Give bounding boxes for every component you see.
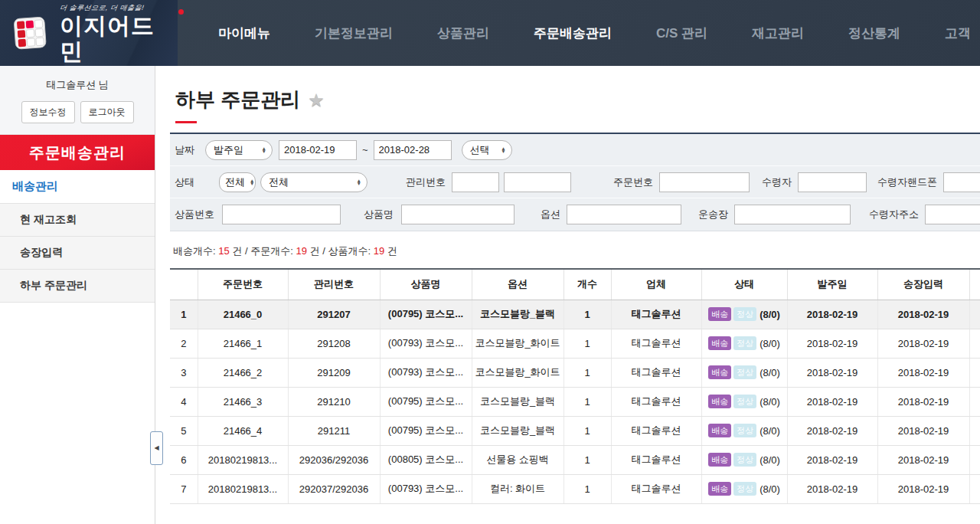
cell-order-no[interactable]: 21466_1 [198, 329, 288, 358]
result-summary: 배송개수: 15 건 / 주문개수: 19 건 / 상품개수: 19 건 [173, 244, 980, 258]
nav-item-inventory[interactable]: 재고관리 [752, 25, 804, 42]
cell-product-name: (00795) 코스모... [380, 416, 472, 445]
date-from-input[interactable] [279, 140, 357, 160]
col-header-vendor[interactable]: 업체 [611, 269, 701, 300]
cell-qty: 1 [564, 474, 611, 503]
col-header-order-no[interactable]: 주문번호 [198, 269, 288, 300]
status-count: (8/0) [760, 454, 780, 466]
cell-order-date: 2018-02-19 [787, 300, 877, 329]
mgmt-no-input-2[interactable] [504, 172, 571, 192]
table-row[interactable]: 5 21466_4 291211 (00795) 코스모... 코스모블랑_블랙… [170, 416, 980, 445]
normal-status-badge: 정상 [733, 424, 756, 437]
shipping-status-badge: 배송 [708, 424, 731, 437]
shipping-status-badge: 배송 [708, 336, 731, 349]
nav-item-order-shipping[interactable]: 주문배송관리 [534, 25, 612, 42]
status-count: (8/0) [760, 309, 780, 320]
sidebar-item-shipping-mgmt[interactable]: 배송관리 [0, 170, 155, 204]
date-preset-select[interactable]: 선택 ▲▼ [462, 140, 512, 160]
receiver-input[interactable] [798, 172, 867, 192]
product-no-input[interactable] [222, 205, 341, 224]
app-logo[interactable]: 더 솔루션으로, 더 매출을! 이지어드민 [0, 0, 178, 66]
date-type-select[interactable]: 발주일 ▲▼ [205, 140, 273, 160]
date-label: 날짜 [175, 143, 194, 157]
col-header-status[interactable]: 상태 [701, 269, 787, 300]
unit-text: 건 / [310, 245, 325, 257]
cell-qty: 1 [564, 416, 611, 445]
order-no-input[interactable] [659, 172, 750, 192]
col-header-invoice-date[interactable]: 송장입력 [877, 269, 969, 300]
receiver-addr-input[interactable] [925, 205, 980, 224]
date-preset-value: 선택 [470, 143, 490, 157]
nav-item-customer[interactable]: 고객 [945, 25, 971, 42]
nav-item-settlement[interactable]: 정산통계 [848, 25, 900, 42]
sidebar: 태그솔루션 님 정보수정 로그아웃 주문배송관리 배송관리 현 재고조회 송장입… [0, 66, 155, 524]
normal-status-badge: 정상 [733, 365, 756, 378]
cell-status: 배송정상(8/0) [701, 387, 787, 416]
option-input[interactable] [567, 205, 681, 224]
nav-item-basic-info[interactable]: 기본정보관리 [315, 25, 393, 42]
cell-extra [969, 358, 980, 387]
nav-item-my-menu[interactable]: 마이메뉴 [218, 25, 270, 42]
cell-order-no[interactable]: 21466_3 [198, 387, 288, 416]
nav-item-product-mgmt[interactable]: 상품관리 [437, 25, 489, 42]
cell-option: 코스모블랑_화이트 [472, 358, 564, 387]
filter-row-product: 상품번호 상품명 옵션 운송장 수령자주소 [170, 198, 980, 231]
receiver-phone-input[interactable] [943, 172, 980, 192]
col-header-qty[interactable]: 개수 [564, 269, 611, 300]
select-stepper-icon: ▲▼ [357, 179, 361, 185]
cell-extra [969, 300, 980, 329]
cell-row-index: 1 [170, 300, 198, 329]
cell-status: 배송정상(8/0) [701, 445, 787, 474]
cell-vendor: 태그솔루션 [611, 387, 701, 416]
cell-mgmt-no: 291211 [288, 416, 380, 445]
unit-text: 건 / [232, 245, 247, 257]
cell-option: 코스모블랑_블랙 [472, 416, 564, 445]
table-row[interactable]: 2 21466_1 291208 (00793) 코스모... 코스모블랑_화이… [170, 329, 980, 358]
mgmt-no-input-1[interactable] [452, 172, 499, 192]
sidebar-menu: 배송관리 현 재고조회 송장입력 하부 주문관리 [0, 170, 155, 303]
date-to-input[interactable] [374, 140, 452, 160]
sidebar-item-sub-order-mgmt[interactable]: 하부 주문관리 [0, 270, 155, 303]
table-row[interactable]: 4 21466_3 291210 (00795) 코스모... 코스모블랑_블랙… [170, 387, 980, 416]
cell-product-name: (00793) 코스모... [380, 358, 472, 387]
table-row[interactable]: 3 21466_2 291209 (00793) 코스모... 코스모블랑_화이… [170, 358, 980, 387]
col-header-product-name[interactable]: 상품명 [380, 269, 472, 300]
col-header-mgmt-no[interactable]: 관리번호 [288, 269, 380, 300]
cell-qty: 1 [564, 329, 611, 358]
cell-order-date: 2018-02-19 [787, 329, 877, 358]
table-row[interactable]: 6 20180219813... 292036/292036 (00805) 코… [170, 445, 980, 474]
sidebar-item-stock-inquiry[interactable]: 현 재고조회 [0, 204, 155, 237]
cell-order-date: 2018-02-19 [787, 416, 877, 445]
cell-extra [969, 474, 980, 503]
table-row[interactable]: 1 21466_0 291207 (00795) 코스모... 코스모블랑_블랙… [170, 300, 980, 329]
cell-option: 코스모블랑_블랙 [472, 300, 564, 329]
col-header-option[interactable]: 옵션 [472, 269, 564, 300]
edit-info-button[interactable]: 정보수정 [21, 101, 75, 123]
cell-status: 배송정상(8/0) [701, 416, 787, 445]
status-select-2[interactable]: 전체 ▲▼ [260, 172, 368, 192]
order-count-value: 19 [296, 245, 306, 257]
table-row[interactable]: 7 20180219813... 292037/292036 (00793) 코… [170, 474, 980, 503]
cell-order-no[interactable]: 20180219813... [198, 445, 288, 474]
col-header-extra [969, 269, 980, 300]
cell-order-no[interactable]: 21466_0 [198, 300, 288, 329]
cell-order-no[interactable]: 20180219813... [198, 474, 288, 503]
sidebar-collapse-button[interactable]: ◀ [150, 431, 163, 465]
collapse-left-arrow-icon: ◀ [154, 445, 158, 451]
nav-item-cs-mgmt[interactable]: C/S 관리 [656, 25, 707, 42]
invoice-input[interactable] [734, 205, 851, 224]
normal-status-badge: 정상 [733, 482, 756, 495]
cell-vendor: 태그솔루션 [611, 358, 701, 387]
logout-button[interactable]: 로그아웃 [80, 101, 134, 123]
status-select-1[interactable]: 전체 ▲▼ [219, 172, 256, 192]
cell-extra [969, 445, 980, 474]
shipping-count-value: 15 [218, 245, 229, 257]
col-header-order-date[interactable]: 발주일 [787, 269, 877, 300]
cell-mgmt-no: 292037/292036 [288, 474, 380, 503]
col-header-index [170, 269, 198, 300]
favorite-star-icon[interactable]: ★ [308, 90, 325, 111]
cell-order-no[interactable]: 21466_4 [198, 416, 288, 445]
sidebar-item-invoice-entry[interactable]: 송장입력 [0, 237, 155, 270]
cell-order-no[interactable]: 21466_2 [198, 358, 288, 387]
product-name-input[interactable] [401, 205, 514, 224]
